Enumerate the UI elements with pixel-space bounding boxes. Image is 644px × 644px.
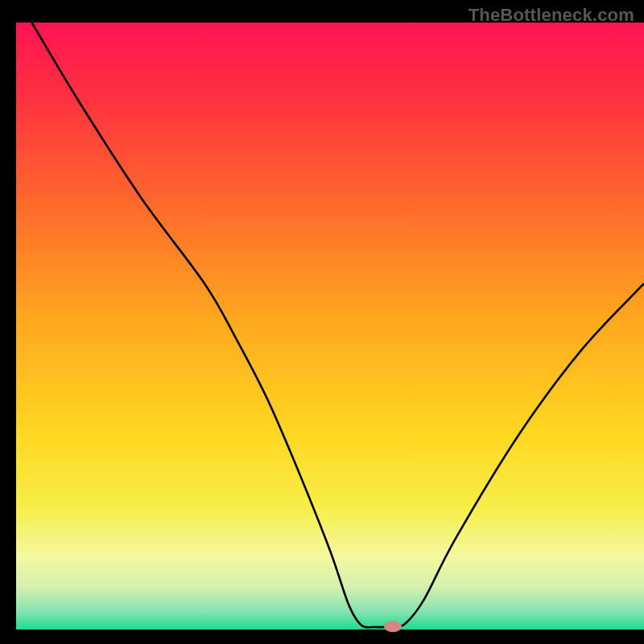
plot-background — [16, 23, 644, 630]
watermark-label: TheBottleneck.com — [469, 5, 634, 26]
optimal-marker — [384, 621, 402, 632]
bottleneck-chart: TheBottleneck.com — [0, 0, 644, 644]
chart-svg — [0, 0, 644, 644]
